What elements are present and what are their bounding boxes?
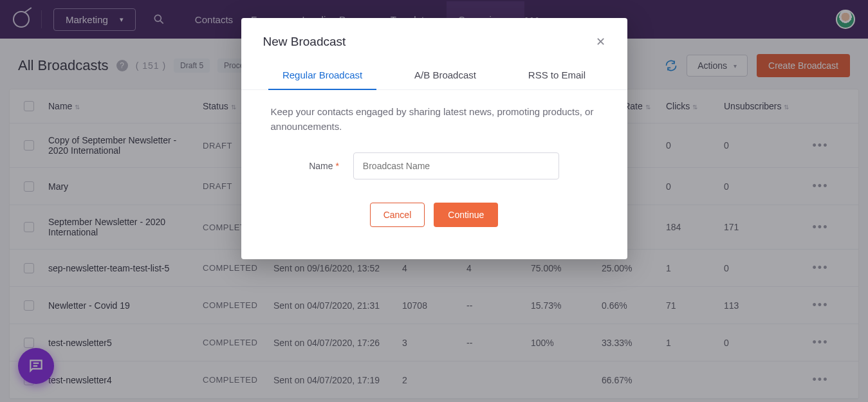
close-icon[interactable]: ✕ bbox=[596, 35, 605, 49]
cancel-button[interactable]: Cancel bbox=[370, 203, 425, 227]
modal-tabs: Regular BroadcastA/B BroadcastRSS to Ema… bbox=[241, 60, 627, 90]
name-field-label: Name * bbox=[309, 161, 339, 171]
modal-tab[interactable]: A/B Broadcast bbox=[409, 60, 481, 89]
modal-tab[interactable]: Regular Broadcast bbox=[277, 60, 367, 89]
continue-button[interactable]: Continue bbox=[434, 203, 498, 227]
new-broadcast-modal: New Broadcast ✕ Regular BroadcastA/B Bro… bbox=[241, 18, 627, 259]
modal-helper-text: Keep your contacts engaged by sharing la… bbox=[271, 104, 598, 134]
broadcast-name-input[interactable] bbox=[353, 152, 559, 179]
modal-tab[interactable]: RSS to Email bbox=[523, 60, 591, 89]
modal-title: New Broadcast bbox=[263, 35, 346, 49]
